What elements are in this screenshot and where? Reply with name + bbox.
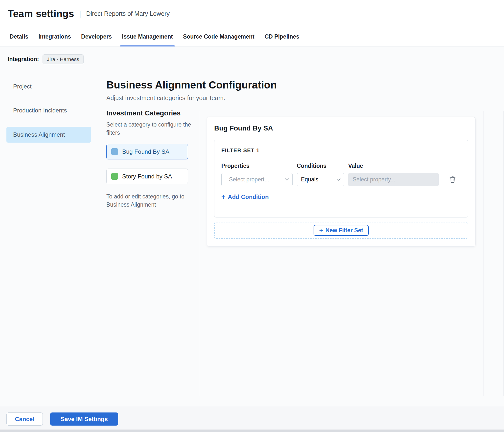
tab-developers[interactable]: Developers — [79, 27, 114, 46]
window-bottom-edge — [0, 430, 504, 432]
section-title: Business Alignment Configuration — [106, 79, 277, 91]
page-subtitle: Direct Reports of Mary Lowery — [86, 10, 170, 17]
trash-icon — [449, 176, 456, 183]
new-filter-set-button[interactable]: + New Filter Set — [314, 225, 369, 236]
sidebar-item-project[interactable]: Project — [6, 79, 91, 94]
plus-icon: + — [221, 194, 225, 200]
column-header-properties: Properties — [221, 163, 297, 169]
content-area: Project Production Incidents Business Al… — [0, 72, 504, 396]
sidebar-divider — [99, 72, 99, 396]
tab-cd-pipelines[interactable]: CD Pipelines — [263, 27, 301, 46]
property-select-value: - Select propert... — [226, 176, 269, 183]
category-list: Bug Found By SA Story Found by SA — [106, 144, 196, 184]
column-header-value: Value — [348, 163, 461, 169]
column-header-conditions: Conditions — [297, 163, 348, 169]
cancel-button[interactable]: Cancel — [6, 412, 43, 426]
panel-title: Bug Found By SA — [214, 124, 468, 132]
categories-divider — [199, 111, 199, 396]
value-input[interactable] — [348, 173, 439, 186]
section-subtitle: Adjust investment categories for your te… — [106, 94, 225, 102]
tab-issue-management[interactable]: Issue Management — [120, 27, 175, 46]
panel-right-divider — [483, 111, 483, 396]
tab-bar: Details Integrations Developers Issue Ma… — [0, 27, 504, 46]
integration-chip[interactable]: Jira - Harness — [43, 54, 84, 64]
new-filter-set-label: New Filter Set — [325, 227, 363, 234]
categories-footnote: To add or edit categories, go to Busines… — [106, 193, 190, 209]
filter-condition-row: - Select propert... Equals — [221, 173, 461, 186]
sidebar-item-production-incidents[interactable]: Production Incidents — [6, 103, 91, 118]
page-title: Team settings — [8, 8, 74, 19]
tab-integrations[interactable]: Integrations — [36, 27, 73, 46]
filter-set-title: FILTER SET 1 — [221, 147, 461, 154]
page-footer: Cancel Save IM Settings — [0, 406, 504, 430]
category-story-found-by-sa[interactable]: Story Found by SA — [106, 169, 188, 184]
condition-select[interactable]: Equals — [297, 173, 344, 186]
new-filter-set-dropzone: + New Filter Set — [214, 222, 468, 239]
category-bug-found-by-sa[interactable]: Bug Found By SA — [106, 144, 188, 159]
save-im-settings-button[interactable]: Save IM Settings — [50, 412, 118, 426]
delete-condition-button[interactable] — [449, 176, 456, 183]
integration-row: Integration: Jira - Harness — [0, 46, 504, 72]
category-label: Bug Found By SA — [122, 148, 169, 155]
plus-icon: + — [319, 227, 323, 233]
category-config-panel: Bug Found By SA FILTER SET 1 Properties … — [207, 117, 476, 247]
investment-categories-helper: Select a category to configure the filte… — [106, 121, 193, 137]
filter-columns-header: Properties Conditions Value — [221, 163, 461, 169]
condition-select-value: Equals — [301, 176, 318, 183]
chevron-down-icon — [285, 177, 289, 181]
integration-label: Integration: — [8, 56, 39, 63]
tab-source-code-management[interactable]: Source Code Management — [181, 27, 256, 46]
add-condition-label: Add Condition — [228, 194, 269, 200]
add-condition-button[interactable]: + Add Condition — [221, 194, 269, 200]
story-category-swatch-icon — [111, 173, 118, 180]
sidebar-item-business-alignment[interactable]: Business Alignment — [6, 127, 91, 143]
bug-category-swatch-icon — [111, 148, 118, 155]
filter-set-1: FILTER SET 1 Properties Conditions Value… — [214, 140, 468, 217]
investment-categories-heading: Investment Categories — [106, 109, 196, 117]
title-divider: | — [79, 9, 81, 19]
property-select[interactable]: - Select propert... — [221, 173, 293, 186]
investment-categories-column: Investment Categories Select a category … — [106, 109, 196, 209]
category-label: Story Found by SA — [122, 173, 172, 180]
page-header: Team settings | Direct Reports of Mary L… — [0, 0, 504, 27]
tab-details[interactable]: Details — [8, 27, 30, 46]
chevron-down-icon — [337, 177, 341, 181]
scrollbar-track[interactable] — [503, 111, 504, 396]
team-settings-page: Team settings | Direct Reports of Mary L… — [0, 0, 504, 432]
